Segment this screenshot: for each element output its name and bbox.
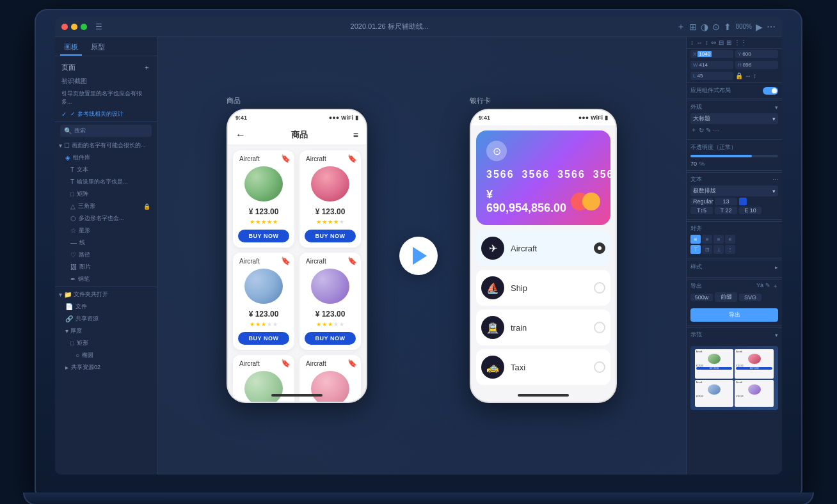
bookmark1-icon[interactable]: 🔖 — [281, 154, 291, 163]
toolbar-icon-1[interactable]: ↕ — [690, 39, 694, 46]
align-left-btn[interactable]: ≡ — [690, 235, 701, 244]
align-center-btn[interactable]: ≡ — [702, 235, 712, 244]
grid-icon[interactable]: ⊞ — [689, 22, 697, 32]
layer-star[interactable]: ☆ 星形 — [55, 224, 157, 237]
buy-btn-3[interactable]: BUY NOW — [238, 332, 289, 345]
opacity-slider-row[interactable] — [687, 154, 782, 159]
appearance-chevron-icon[interactable]: ▾ — [775, 104, 778, 111]
buy-btn-1[interactable]: BUY NOW — [238, 230, 289, 242]
layer-component[interactable]: ◈ 组件库 — [55, 152, 157, 164]
train-radio[interactable] — [594, 322, 605, 333]
buy-btn-2[interactable]: BUY NOW — [305, 230, 356, 242]
thickness-rect[interactable]: □ 矩形 — [55, 337, 157, 349]
toolbar-icon-2[interactable]: ↔ — [696, 39, 703, 46]
toolbar-icon-5[interactable]: ⊟ — [719, 39, 724, 46]
layer-rect[interactable]: □ 矩阵 — [55, 188, 157, 200]
export-button[interactable]: 导出 — [690, 308, 778, 322]
ship-radio[interactable] — [594, 282, 605, 294]
transport-taxi[interactable]: 🚕 Taxi — [476, 349, 610, 385]
flip-v-icon[interactable]: ↕ — [753, 72, 756, 79]
page-item-3[interactable]: ✓ ✓ 参考线相关的设计 — [55, 108, 157, 120]
align-middle-btn[interactable]: ⊡ — [702, 245, 712, 254]
lock-aspect-icon[interactable]: 🔒 — [735, 72, 743, 79]
buy-btn-4[interactable]: BUY NOW — [305, 332, 356, 345]
indent-input[interactable]: E 10 — [739, 207, 761, 214]
thickness-group[interactable]: ▾ 厚度 — [55, 325, 157, 337]
coord-h[interactable]: H 896 — [735, 61, 778, 69]
align-distribute-btn[interactable]: ⋮ — [725, 245, 735, 254]
typography-dropdown[interactable]: 极数排版 ▾ — [690, 185, 778, 196]
font-weight-input[interactable]: Regular — [690, 198, 713, 205]
transport-aircraft[interactable]: ✈ Aircraft — [476, 230, 610, 266]
folder-group[interactable]: ▾ 📁 文件夹共打开 — [55, 288, 157, 301]
close-button[interactable] — [61, 24, 68, 30]
layer-image[interactable]: 🖼 图片 — [55, 261, 157, 273]
toolbar-icon-6[interactable]: ⊞ — [726, 39, 731, 46]
layer-text[interactable]: T 文本 — [55, 164, 157, 176]
toolbar-icon-3[interactable]: ↕ — [705, 39, 708, 46]
export-icon-1[interactable]: Yà — [756, 282, 763, 290]
bookmark6-icon[interactable]: 🔖 — [347, 359, 357, 368]
align-justify-btn[interactable]: ≡ — [725, 235, 735, 244]
export-size-input[interactable]: 500w — [690, 294, 713, 301]
style-dropdown[interactable]: 大标题 ▾ — [690, 113, 778, 124]
toolbar-icon-4[interactable]: ⇔ — [711, 39, 716, 46]
export-icon-3[interactable]: ＋ — [772, 282, 778, 290]
theme-icon[interactable]: ◑ — [701, 22, 708, 32]
coord-x[interactable]: X 1040 — [690, 50, 733, 58]
bookmark5-icon[interactable]: 🔖 — [281, 359, 291, 368]
add-page-icon[interactable]: ＋ — [143, 63, 150, 72]
align-bottom-btn[interactable]: ⊥ — [713, 245, 724, 254]
toolbar-icon-7[interactable]: ⋮⋮ — [734, 39, 747, 46]
more-icon[interactable]: ⋯ — [767, 22, 776, 32]
back-arrow-icon[interactable]: ← — [235, 129, 246, 141]
coord-l[interactable]: L 45 — [690, 72, 733, 80]
hamburger-icon[interactable]: ☰ — [95, 22, 102, 31]
minimize-button[interactable] — [71, 24, 77, 30]
tab-prototype[interactable]: 原型 — [87, 40, 109, 56]
style-more-icon[interactable]: ⋯ — [713, 127, 719, 134]
bookmark4-icon[interactable]: 🔖 — [347, 256, 357, 265]
taxi-radio[interactable] — [594, 361, 605, 373]
align-top-btn[interactable]: ⊤ — [690, 245, 701, 254]
share-icon[interactable]: ⊙ — [712, 22, 720, 32]
folder-shared[interactable]: 🔗 共享资源 — [55, 313, 157, 325]
layer-text-long[interactable]: T 输送里的名字也是... — [55, 176, 157, 188]
aircraft-radio[interactable] — [594, 242, 605, 254]
play-icon[interactable]: ▶ — [756, 22, 763, 32]
layer-polygon[interactable]: ⬡ 多边形名字也会... — [55, 212, 157, 224]
play-button[interactable] — [399, 237, 438, 275]
layer-group-main[interactable]: ▾ ☐ 画面的名字有可能会很长的... — [55, 139, 157, 152]
add-icon[interactable]: ＋ — [676, 21, 685, 33]
letter-spacing-input[interactable]: T 22 — [715, 207, 737, 214]
shared-02[interactable]: ▸ 共享资源02 — [55, 361, 157, 374]
export-icon-2[interactable]: ✎ — [765, 282, 770, 290]
align-right-btn[interactable]: ≡ — [713, 235, 724, 244]
line-height-input[interactable]: T↕5 — [690, 207, 713, 214]
text-color-box[interactable] — [739, 198, 747, 205]
text-more-icon[interactable]: ⋯ — [772, 177, 778, 183]
filter-icon[interactable]: ≡ — [353, 130, 358, 140]
style-add-icon[interactable]: ＋ — [690, 125, 697, 134]
style-edit-icon[interactable]: ✎ — [706, 127, 711, 134]
tab-design[interactable]: 画板 — [60, 40, 82, 56]
layer-triangle[interactable]: △ 三角形 🔒 — [55, 200, 157, 212]
flip-h-icon[interactable]: ↔ — [745, 72, 751, 79]
layer-pen[interactable]: ✒ 钢笔 — [55, 273, 157, 285]
export-icon[interactable]: ⬆ — [724, 22, 731, 32]
coord-w[interactable]: W 414 — [690, 61, 733, 69]
layer-line[interactable]: — 线 — [55, 237, 157, 249]
folder-file[interactable]: 📄 文件 — [55, 301, 157, 313]
apply-toggle[interactable] — [763, 87, 778, 95]
export-format-input[interactable]: SVG — [739, 294, 761, 301]
opacity-slider[interactable] — [690, 155, 778, 157]
style-refresh-icon[interactable]: ↻ — [699, 127, 704, 134]
bookmark3-icon[interactable]: 🔖 — [281, 256, 291, 265]
maximize-button[interactable] — [81, 24, 87, 30]
bookmark2-icon[interactable]: 🔖 — [347, 154, 357, 163]
font-size-input[interactable]: 13 — [715, 198, 737, 205]
page-item-2[interactable]: 引导页放置里的名字也应会有很多... — [55, 88, 157, 108]
page-item-1[interactable]: 初识截图 — [55, 75, 157, 88]
export-prefix-input[interactable]: 前缀 — [715, 292, 737, 302]
transport-train[interactable]: 🚊 train — [476, 310, 610, 345]
